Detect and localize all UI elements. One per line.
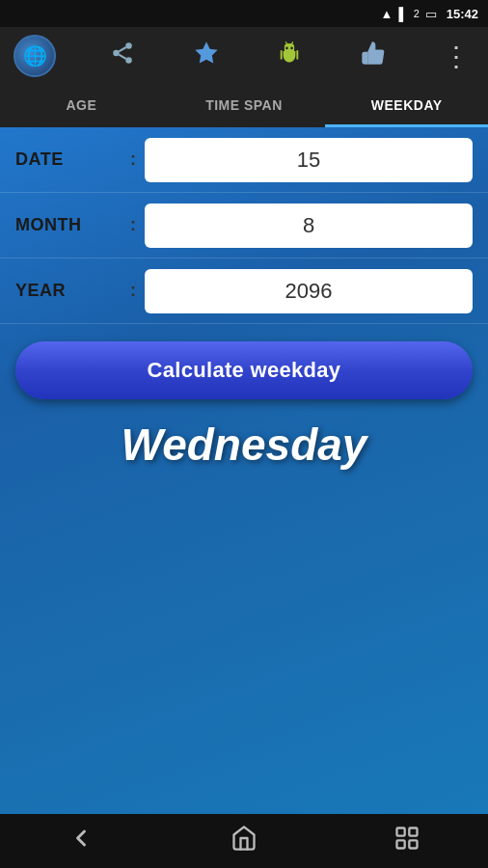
year-colon: : <box>122 281 145 301</box>
status-bar: ▲ ▌ 2 ▭ 15:42 <box>0 0 488 27</box>
sim-icon: 2 <box>414 8 420 19</box>
result-container: Wednesday <box>0 409 488 480</box>
android-icon[interactable] <box>272 38 307 75</box>
nav-bar <box>0 814 488 868</box>
svg-rect-15 <box>409 840 417 848</box>
date-colon: : <box>122 149 145 170</box>
svg-point-1 <box>113 50 120 57</box>
calculate-weekday-button[interactable]: Calculate weekday <box>15 341 473 399</box>
signal-icon: ▌ <box>398 7 407 21</box>
weekday-result: Wednesday <box>15 419 473 471</box>
svg-marker-5 <box>195 41 217 63</box>
svg-point-0 <box>125 42 132 49</box>
month-colon: : <box>122 215 145 235</box>
tab-bar: AGE TIME SPAN WEEKDAY <box>0 85 488 127</box>
wifi-icon: ▲ <box>381 7 393 21</box>
date-row: DATE : <box>0 127 488 193</box>
year-input[interactable] <box>145 269 473 313</box>
home-button[interactable] <box>215 825 273 857</box>
month-row: MONTH : <box>0 193 488 258</box>
tab-timespan[interactable]: TIME SPAN <box>163 85 326 127</box>
month-input[interactable] <box>145 203 473 248</box>
date-input[interactable] <box>145 138 473 182</box>
svg-line-4 <box>119 47 125 51</box>
month-label: MONTH <box>15 215 122 235</box>
more-options-icon[interactable]: ⋮ <box>440 41 474 72</box>
status-time: 15:42 <box>447 7 478 21</box>
svg-point-8 <box>286 46 289 49</box>
app-logo-icon[interactable]: 🌐 <box>14 35 56 77</box>
toolbar: 🌐 ⋮ <box>0 27 488 85</box>
like-icon[interactable] <box>356 40 391 72</box>
star-icon[interactable] <box>189 40 224 72</box>
calculate-button-container: Calculate weekday <box>0 324 488 409</box>
date-label: DATE <box>15 149 122 170</box>
battery-icon: ▭ <box>425 7 437 21</box>
back-button[interactable] <box>52 825 110 857</box>
year-row: YEAR : <box>0 258 488 324</box>
year-label: YEAR <box>15 281 122 301</box>
svg-rect-13 <box>409 828 417 836</box>
svg-point-9 <box>291 46 294 49</box>
svg-point-2 <box>125 57 132 64</box>
share-icon[interactable] <box>105 41 140 71</box>
svg-rect-14 <box>396 840 404 848</box>
tab-weekday[interactable]: WEEKDAY <box>325 85 488 127</box>
recents-button[interactable] <box>378 825 436 857</box>
svg-rect-12 <box>396 828 404 836</box>
svg-line-3 <box>119 55 125 59</box>
tab-age[interactable]: AGE <box>0 85 163 127</box>
main-content: DATE : MONTH : YEAR : Calculate weekday … <box>0 127 488 814</box>
